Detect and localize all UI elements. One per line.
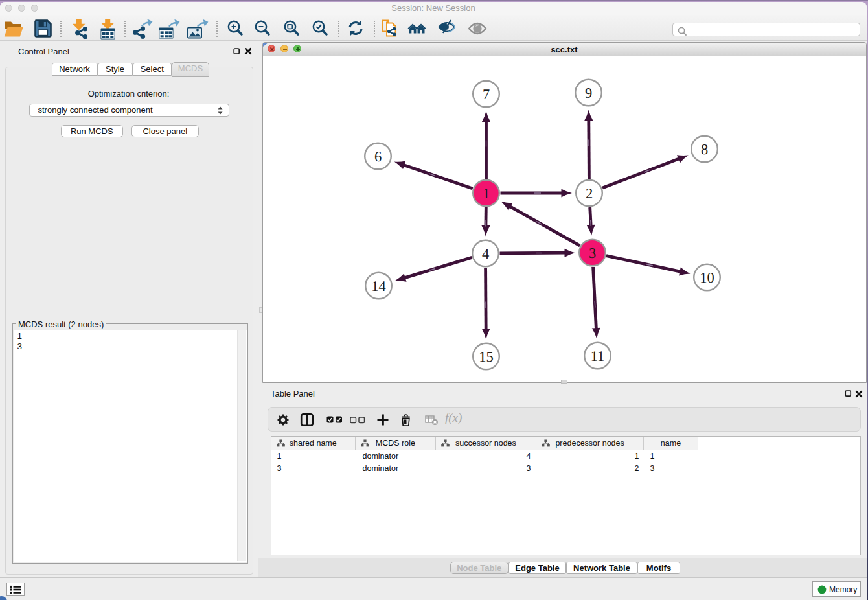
svg-text:11: 11 [590, 348, 604, 364]
svg-text:9: 9 [584, 85, 591, 101]
svg-text:7: 7 [482, 86, 489, 102]
svg-text:14: 14 [371, 278, 386, 294]
svg-text:4: 4 [481, 246, 488, 262]
svg-text:15: 15 [479, 349, 494, 365]
svg-text:2: 2 [585, 185, 592, 202]
svg-text:6: 6 [374, 148, 381, 165]
svg-text:10: 10 [700, 270, 714, 286]
svg-text:8: 8 [700, 141, 707, 157]
svg-text:3: 3 [588, 245, 595, 261]
svg-text:1: 1 [482, 185, 489, 202]
